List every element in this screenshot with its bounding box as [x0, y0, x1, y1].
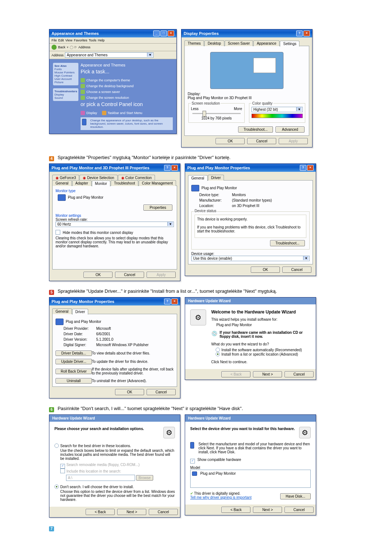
- back-button[interactable]: < Back: [221, 371, 250, 377]
- menu-help[interactable]: Help: [98, 39, 105, 42]
- back-button[interactable]: < Back: [86, 509, 115, 515]
- trb-sound[interactable]: Sound: [54, 96, 63, 100]
- see-also-uap[interactable]: User Account Picture: [54, 77, 72, 84]
- hide-modes-checkbox[interactable]: [56, 230, 60, 235]
- ok-button[interactable]: OK: [216, 138, 245, 144]
- task-ss[interactable]: Choose a screen saver: [81, 90, 173, 94]
- monprops-title: Plug and Play Monitor Properties: [187, 166, 250, 170]
- tab-colorcorr[interactable]: ◉ Color Correction: [118, 175, 155, 181]
- trb-display[interactable]: Display: [54, 93, 64, 96]
- minimize-icon[interactable]: _: [153, 31, 160, 36]
- cancel-button[interactable]: Cancel: [149, 509, 178, 515]
- tab-ss[interactable]: Screen Saver: [225, 40, 253, 46]
- tab-geforce[interactable]: ◉ GeForce3: [52, 175, 79, 181]
- maximize-icon[interactable]: □: [160, 31, 167, 36]
- ok-button[interactable]: OK: [83, 272, 113, 278]
- task-res[interactable]: Change the screen resolution: [81, 96, 173, 100]
- close-icon[interactable]: ×: [168, 31, 174, 36]
- why-signing-link[interactable]: Tell me why driver signing is important: [190, 495, 252, 499]
- menu-favorites[interactable]: Favorites: [74, 39, 87, 42]
- next-button[interactable]: Next >: [117, 509, 146, 515]
- chk2-label: Include this location in the search:: [66, 469, 121, 473]
- hw-wizard-search: Hardware Update Wizard Please choose you…: [49, 414, 180, 518]
- tab-adapter[interactable]: Adapter: [72, 180, 91, 186]
- tab-general[interactable]: General: [52, 308, 72, 314]
- cancel-button[interactable]: Cancel: [285, 507, 314, 513]
- refresh-select[interactable]: 60 Hertz: [56, 222, 174, 227]
- next-button[interactable]: Next >: [253, 371, 282, 377]
- update-driver-button[interactable]: Update Driver...: [56, 359, 92, 364]
- tab-troubleshoot[interactable]: Troubleshoot: [111, 180, 138, 186]
- appearance-titlebar[interactable]: Appearance and Themes _ □ ×: [49, 29, 176, 37]
- task-theme[interactable]: Change the computer's theme: [81, 78, 173, 82]
- tab-monitor[interactable]: Monitor: [92, 181, 110, 186]
- opt-dontsearch-radio[interactable]: [54, 485, 59, 489]
- cancel-button[interactable]: Cancel: [285, 371, 314, 377]
- devtype-v: Monitors: [232, 193, 310, 197]
- tab-themes[interactable]: Themes: [184, 40, 204, 46]
- model-list[interactable]: Plug and Play Monitor: [190, 470, 311, 488]
- help-icon[interactable]: ?: [296, 31, 303, 36]
- cancel-button[interactable]: Cancel: [282, 267, 311, 273]
- opt-search-radio[interactable]: [54, 443, 59, 448]
- troubleshoot-button[interactable]: Troubleshoot...: [238, 126, 273, 133]
- tab-settings[interactable]: Settings: [280, 41, 299, 46]
- resolution-slider[interactable]: [192, 113, 241, 114]
- browse-button[interactable]: Browse: [136, 475, 153, 481]
- ok-button[interactable]: OK: [251, 267, 280, 273]
- advanced-button[interactable]: Advanced: [275, 126, 305, 133]
- back-icon[interactable]: [52, 45, 57, 50]
- see-also-fonts[interactable]: Fonts: [54, 68, 62, 71]
- see-also-mouse[interactable]: Mouse Pointers: [54, 71, 75, 74]
- close-icon[interactable]: ×: [171, 299, 178, 304]
- opt-auto-radio[interactable]: [216, 348, 220, 352]
- properties-button[interactable]: Properties: [143, 204, 172, 211]
- apply-button[interactable]: Apply: [279, 138, 308, 144]
- tab-desktop[interactable]: Desktop: [204, 40, 224, 46]
- back-button[interactable]: < Back: [221, 507, 250, 513]
- opt-list-radio[interactable]: [216, 352, 220, 356]
- have-disk-button[interactable]: Have Disk...: [280, 493, 311, 499]
- model-item[interactable]: Plug and Play Monitor: [200, 471, 236, 475]
- cancel-button[interactable]: Cancel: [247, 138, 276, 144]
- uninstall-button[interactable]: Uninstall: [56, 378, 92, 384]
- cancel-button[interactable]: Cancel: [147, 389, 176, 395]
- tab-general[interactable]: General: [188, 175, 208, 181]
- chk-location[interactable]: [60, 469, 65, 473]
- ok-button[interactable]: OK: [115, 389, 144, 395]
- rollback-button[interactable]: Roll Back Driver: [56, 369, 92, 374]
- driver-details-button[interactable]: Driver Details...: [56, 351, 92, 356]
- address-field[interactable]: Appearance and Themes: [65, 52, 154, 58]
- display-props-titlebar[interactable]: Display Properties ? ×: [181, 29, 312, 37]
- usage-select[interactable]: Use this device (enable): [191, 256, 310, 261]
- back-label[interactable]: Back: [58, 45, 65, 49]
- chk-removable[interactable]: ✓: [60, 464, 65, 469]
- tab-driver[interactable]: Driver: [72, 309, 89, 315]
- menu-edit[interactable]: Edit: [58, 39, 64, 42]
- color-select[interactable]: Highest (32 bit): [252, 107, 303, 112]
- help-icon[interactable]: ?: [164, 299, 171, 304]
- next-button[interactable]: Next >: [253, 507, 282, 513]
- apply-button[interactable]: Apply: [147, 272, 176, 278]
- tab-devsel[interactable]: ◉ Device Selection: [79, 175, 117, 181]
- help-icon[interactable]: ?: [164, 165, 171, 171]
- tab-driver[interactable]: Driver: [208, 175, 224, 181]
- close-icon[interactable]: ×: [171, 165, 178, 171]
- menu-view[interactable]: View: [65, 39, 72, 42]
- menu-tools[interactable]: Tools: [89, 39, 96, 42]
- tab-appearance[interactable]: Appearance: [253, 40, 279, 46]
- tab-general[interactable]: General: [52, 180, 72, 186]
- path-input[interactable]: A:\: [66, 475, 135, 481]
- help-icon[interactable]: ?: [300, 165, 306, 171]
- show-compat-checkbox[interactable]: ✓: [190, 459, 195, 463]
- tab-colormgmt[interactable]: Color Management: [139, 180, 176, 186]
- cancel-button[interactable]: Cancel: [115, 272, 144, 278]
- rollback-desc: If the device fails after updating the d…: [92, 367, 174, 375]
- task-bg[interactable]: Change the desktop background: [81, 84, 173, 88]
- troubleshoot-button[interactable]: Troubleshoot...: [270, 240, 305, 246]
- see-also-contrast[interactable]: High Contrast: [54, 74, 72, 77]
- cpl-display[interactable]: Display Taskbar and Start Menu: [81, 111, 173, 115]
- close-icon[interactable]: ×: [303, 31, 310, 36]
- close-icon[interactable]: ×: [307, 165, 314, 171]
- menu-file[interactable]: File: [52, 39, 57, 42]
